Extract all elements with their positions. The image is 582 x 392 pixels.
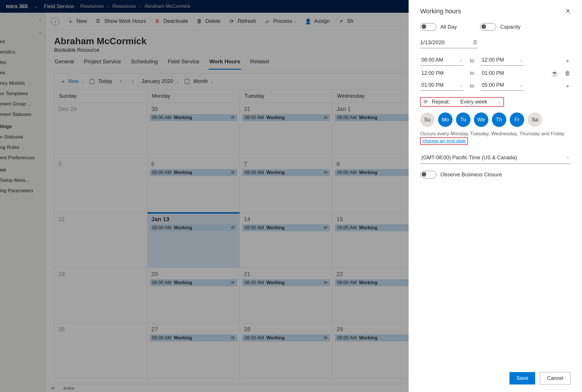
add-slot-icon[interactable]: ＋ [565, 82, 570, 90]
day-toggle-fr[interactable]: Fr [510, 112, 524, 127]
calendar-icon[interactable]: 🗓 [473, 40, 478, 46]
date-value: 1/13/2020 [420, 39, 445, 46]
repeat-icon: ⟳ [424, 99, 428, 105]
observe-closure-toggle[interactable]: Observe Business Closure [420, 171, 570, 178]
choose-end-date-link[interactable]: choose an end date [420, 137, 468, 145]
toggle-switch[interactable] [480, 23, 496, 31]
to-label: to [470, 70, 474, 76]
time-slot-row: 01:00 PM⌄to05:00 PM⌄＋ [420, 81, 570, 91]
panel-title: Working hours [420, 8, 570, 15]
row-actions: ＋ [565, 82, 570, 90]
cancel-button[interactable]: Cancel [540, 372, 570, 384]
time-to-input[interactable]: 05:00 PM⌄ [481, 81, 524, 91]
row-actions: ☕🗑 [551, 70, 570, 77]
capacity-toggle[interactable]: Capacity [480, 23, 520, 31]
day-toggle-sa[interactable]: Sa [528, 112, 542, 127]
delete-slot-icon[interactable]: 🗑 [565, 70, 570, 77]
save-button[interactable]: Save [509, 372, 535, 384]
time-from-input[interactable]: 08:00 AM⌄ [420, 56, 464, 66]
to-label: to [470, 58, 474, 64]
to-label: to [470, 83, 474, 89]
date-input[interactable]: 1/13/2020 🗓 [420, 38, 478, 48]
repeat-label: Repeat: [432, 99, 450, 105]
repeat-selector[interactable]: ⟳ Repeat: Every week ⌄ [420, 97, 504, 107]
row-actions: ＋ [565, 57, 570, 65]
time-from-input[interactable]: 12:00 PM [420, 69, 464, 77]
timezone-value: (GMT-08:00) Pacific Time (US & Canada) [421, 155, 517, 161]
chevron-down-icon: ⌄ [459, 83, 462, 87]
day-toggle-we[interactable]: We [474, 112, 488, 127]
recurrence-description: Occurs every Monday, Tuesday, Wednesday,… [420, 131, 570, 137]
time-slot-row: 12:00 PMto01:00 PM☕🗑 [420, 69, 570, 77]
day-toggle-mo[interactable]: Mo [438, 112, 453, 127]
days-of-week: SuMoTuWeThFrSa [420, 112, 570, 127]
toggle-label: Observe Business Closure [440, 172, 502, 178]
chevron-down-icon: ⌄ [520, 58, 523, 62]
close-icon[interactable]: ✕ [565, 8, 570, 15]
all-day-toggle[interactable]: All Day [420, 23, 457, 31]
break-icon[interactable]: ☕ [551, 70, 558, 77]
day-toggle-th[interactable]: Th [492, 112, 506, 127]
toggle-switch[interactable] [420, 23, 436, 31]
toggle-label: Capacity [500, 24, 520, 30]
time-to-input[interactable]: 01:00 PM [481, 69, 524, 77]
toggle-switch[interactable] [420, 171, 436, 178]
time-slot-row: 08:00 AM⌄to12:00 PM⌄＋ [420, 56, 570, 66]
time-to-input[interactable]: 12:00 PM⌄ [481, 56, 524, 66]
day-toggle-su[interactable]: Su [420, 112, 435, 127]
toggle-label: All Day [440, 24, 457, 30]
chevron-down-icon: ⌄ [459, 58, 462, 62]
day-toggle-tu[interactable]: Tu [456, 112, 470, 127]
chevron-down-icon: ⌄ [566, 155, 569, 161]
chevron-down-icon: ⌄ [520, 83, 523, 87]
add-slot-icon[interactable]: ＋ [565, 57, 570, 65]
repeat-value: Every week [460, 99, 487, 105]
timezone-select[interactable]: (GMT-08:00) Pacific Time (US & Canada) ⌄ [420, 153, 570, 164]
working-hours-panel: ✕ Working hours All Day Capacity 1/13/20… [409, 0, 582, 392]
chevron-down-icon: ⌄ [498, 100, 501, 104]
time-from-input[interactable]: 01:00 PM⌄ [420, 81, 464, 91]
